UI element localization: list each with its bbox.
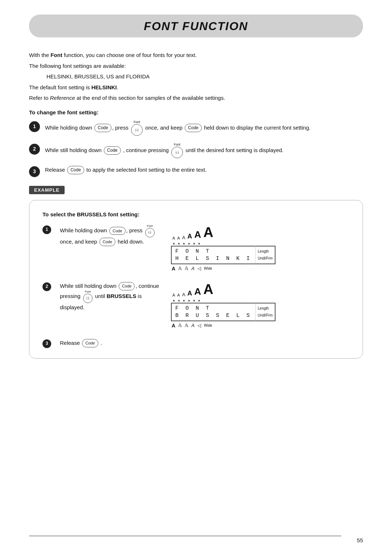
lcd-wrapper-2: F O N T B R U S S E L S Length Undl/Frm (171, 303, 275, 321)
ex-code-key-1b: Code (99, 238, 115, 246)
lcd-font-row-2: A A A A A A (171, 282, 213, 297)
ex-code-key-1: Code (109, 227, 125, 235)
lcd-display-1: A A A A A A ▲ ▲ ▲ ▲ ▲ ▲ (171, 225, 350, 272)
ex-bullet-3: 3 (42, 339, 51, 348)
intro-line3: HELSINKI, BRUSSELS, US and FLORIDA (29, 72, 363, 81)
code-key2-s1: Code (185, 124, 202, 132)
ex-bullet-2: 2 (42, 282, 51, 291)
step-item-3: 3 Release Code to apply the selected fon… (29, 166, 363, 177)
code-key-s3: Code (67, 166, 84, 175)
ex-step2-content: While still holding down Code, continue … (60, 282, 162, 313)
font-key-s1: Font i i (131, 121, 143, 136)
step-bullet-2: 2 (29, 144, 40, 155)
example-step-row-2: 2 While still holding down Code, continu… (42, 282, 350, 328)
example-box: To select the BRUSSELS font setting: 1 W… (29, 200, 363, 359)
ex-font-key-1: Font i i (145, 225, 155, 237)
ex-step1-content: While holding down Code, press Font i i … (60, 225, 156, 246)
code-key-s1: Code (94, 124, 111, 132)
example-step-row-3: 3 Release Code . (42, 339, 350, 348)
lcd-bottom-2: A 𝔸 𝔸 A ◁ Wide (171, 323, 212, 328)
footer-line (29, 536, 341, 536)
example-label: EXAMPLE (29, 186, 65, 194)
lcd-markers-row-2: ▲ ▲ ▲ ▲ ▲ ▲ (171, 299, 201, 302)
example-step-text-1: 1 While holding down Code, press Font i … (42, 225, 162, 246)
page-title: FONT FUNCTION (144, 20, 248, 33)
lcd-screen-2: F O N T B R U S S E L S (171, 303, 255, 321)
example-step-text-2: 2 While still holding down Code, continu… (42, 282, 162, 313)
example-steps: 1 While holding down Code, press Font i … (42, 225, 350, 348)
lcd-markers-row-1: ▲ ▲ ▲ ▲ ▲ ▲ (171, 242, 201, 245)
intro-line4: The default font setting is HELSINKI. (29, 83, 363, 92)
lcd-side-2: Length Undl/Frm (255, 303, 275, 321)
step-item-1: 1 While holding down Code, press Font i … (29, 121, 363, 136)
intro-line5: Refer to Reference at the end of this se… (29, 93, 363, 103)
example-step-row-1: 1 While holding down Code, press Font i … (42, 225, 350, 272)
lcd-font-row-1: A A A A A A (171, 225, 213, 240)
page-number: 55 (357, 537, 363, 543)
lcd-bottom-1: A 𝔸 𝔸 A ◁ Wide (171, 266, 212, 272)
ex-step3-content: Release Code . (60, 339, 102, 348)
lcd-display-2: A A A A A A ▲ ▲ ▲ ▲ ▲ ▲ (171, 282, 350, 328)
ex-code-key-3: Code (82, 339, 98, 347)
step-bullet-3: 3 (29, 166, 40, 177)
lcd-wrapper-1: F O N T H E L S I N K I Length Undl/Frm (171, 246, 275, 264)
example-box-title: To select the BRUSSELS font setting: (42, 211, 350, 217)
step-item-2: 2 While still holding down Code , contin… (29, 143, 363, 158)
steps-list: 1 While holding down Code, press Font i … (29, 121, 363, 177)
intro-line1: With the Font function, you can choose o… (29, 50, 363, 60)
intro-bold-font: Font (50, 52, 62, 58)
step-content-3: Release Code to apply the selected font … (45, 166, 363, 175)
intro-line2: The following font settings are availabl… (29, 61, 363, 71)
ex-bullet-1: 1 (42, 225, 51, 234)
page-footer: 55 (357, 537, 363, 543)
title-container: FONT FUNCTION (29, 15, 363, 37)
intro-italic-reference: Reference (50, 95, 75, 101)
font-key-s2: Font i i (171, 143, 183, 158)
intro-bold-helsinki: HELSINKI (91, 84, 117, 90)
step-content-1: While holding down Code, press Font i i … (45, 121, 363, 136)
ex-code-key-2: Code (119, 282, 135, 290)
lcd-screen-1: F O N T H E L S I N K I (171, 246, 255, 264)
code-key-s2: Code (104, 146, 121, 155)
intro-section: With the Font function, you can choose o… (29, 50, 363, 103)
ex-font-key-2: Font i i (83, 290, 93, 303)
section-heading: To change the font setting: (29, 109, 363, 115)
step-bullet-1: 1 (29, 121, 40, 132)
ex-brussels-bold: BRUSSELS (107, 293, 136, 299)
example-step-text-3: 3 Release Code . (42, 339, 162, 348)
lcd-side-1: Length Undl/Frm (255, 246, 275, 264)
step-content-2: While still holding down Code , continue… (45, 143, 363, 158)
